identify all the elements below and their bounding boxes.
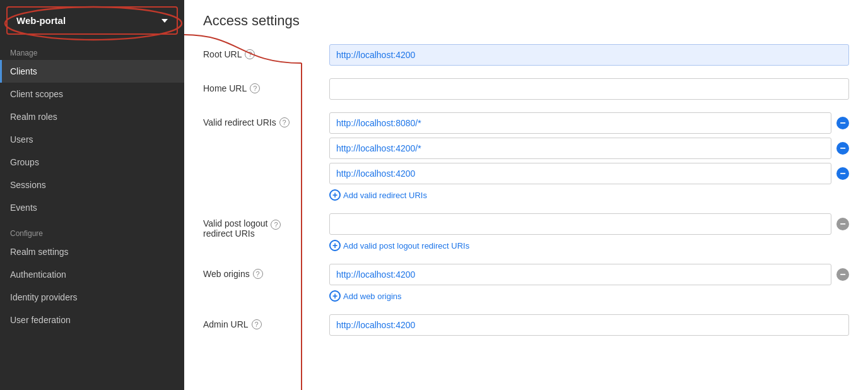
sidebar-item-realm-settings-label: Realm settings xyxy=(10,247,69,257)
valid-post-logout-input-row: − xyxy=(329,213,849,235)
add-web-origins-label: Add web origins xyxy=(343,292,402,301)
web-origins-input-row: − xyxy=(329,264,849,285)
sidebar-item-realm-roles[interactable]: Realm roles xyxy=(0,105,184,128)
home-url-input[interactable] xyxy=(329,78,849,100)
home-url-input-row xyxy=(329,78,849,100)
sidebar-item-client-scopes[interactable]: Client scopes xyxy=(0,83,184,105)
sidebar-item-events[interactable]: Events xyxy=(0,196,184,219)
add-web-origins-plus-icon: + xyxy=(329,290,341,302)
sidebar-item-sessions[interactable]: Sessions xyxy=(0,174,184,196)
root-url-help-icon[interactable]: ? xyxy=(245,49,255,59)
main-content: Access settings Root URL ? Home URL ? xyxy=(184,0,868,390)
web-origins-input[interactable] xyxy=(329,264,831,285)
web-origins-controls: − + Add web origins xyxy=(329,264,849,302)
sidebar-item-identity-providers[interactable]: Identity providers xyxy=(0,286,184,309)
valid-post-logout-label: Valid post logoutredirect URIs ? xyxy=(203,213,329,239)
valid-redirect-uris-controls: − − − + Add valid redirect URIs xyxy=(329,112,849,201)
admin-url-input[interactable] xyxy=(329,314,849,336)
admin-url-section: Admin URL ? xyxy=(203,314,849,336)
add-redirect-uri-plus-icon: + xyxy=(329,189,341,201)
sidebar-item-clients-label: Clients xyxy=(10,66,37,76)
sidebar: Web-portal Manage Clients Client scopes … xyxy=(0,0,184,390)
web-origins-section: Web origins ? − + Add web origins xyxy=(203,264,849,302)
valid-redirect-uris-help-icon[interactable]: ? xyxy=(279,117,290,127)
root-url-input-row xyxy=(329,44,849,66)
sidebar-item-groups[interactable]: Groups xyxy=(0,151,184,174)
root-url-section: Root URL ? xyxy=(203,44,849,66)
valid-post-logout-help-icon[interactable]: ? xyxy=(271,220,281,230)
valid-post-logout-section: Valid post logoutredirect URIs ? − + Add… xyxy=(203,213,849,251)
valid-redirect-uri-row-2: − xyxy=(329,138,849,159)
realm-name: Web-portal xyxy=(16,15,66,26)
sidebar-item-client-scopes-label: Client scopes xyxy=(10,89,63,99)
sidebar-item-authentication-label: Authentication xyxy=(10,269,66,280)
valid-redirect-uri-input-1[interactable] xyxy=(329,112,831,134)
sidebar-item-clients[interactable]: Clients xyxy=(0,60,184,83)
remove-redirect-uri-3[interactable]: − xyxy=(836,167,849,180)
manage-section-label: Manage xyxy=(0,38,184,60)
valid-redirect-uri-row-3: − xyxy=(329,163,849,184)
home-url-label: Home URL ? xyxy=(203,78,329,93)
root-url-controls xyxy=(329,44,849,66)
sidebar-item-events-label: Events xyxy=(10,203,37,213)
valid-redirect-uri-input-2[interactable] xyxy=(329,138,831,159)
add-post-logout-label: Add valid post logout redirect URIs xyxy=(343,241,469,251)
valid-post-logout-controls: − + Add valid post logout redirect URIs xyxy=(329,213,849,251)
home-url-section: Home URL ? xyxy=(203,78,849,100)
admin-url-controls xyxy=(329,314,849,336)
sidebar-item-authentication[interactable]: Authentication xyxy=(0,263,184,286)
sidebar-item-identity-providers-label: Identity providers xyxy=(10,292,78,302)
web-origins-label: Web origins ? xyxy=(203,264,329,279)
valid-post-logout-input[interactable] xyxy=(329,213,831,235)
root-url-label: Root URL ? xyxy=(203,44,329,59)
remove-redirect-uri-2[interactable]: − xyxy=(836,142,849,155)
valid-redirect-uri-row-1: − xyxy=(329,112,849,134)
add-web-origins-link[interactable]: + Add web origins xyxy=(329,290,849,302)
valid-redirect-uris-section: Valid redirect URIs ? − − − + Ad xyxy=(203,112,849,201)
realm-selector[interactable]: Web-portal xyxy=(6,6,178,35)
sidebar-item-sessions-label: Sessions xyxy=(10,180,46,190)
add-post-logout-plus-icon: + xyxy=(329,240,341,251)
remove-post-logout-uri[interactable]: − xyxy=(836,218,849,230)
sidebar-item-user-federation[interactable]: User federation xyxy=(0,309,184,331)
sidebar-item-users-label: Users xyxy=(10,134,33,145)
page-title: Access settings xyxy=(203,13,849,29)
admin-url-help-icon[interactable]: ? xyxy=(252,319,262,329)
web-origins-help-icon[interactable]: ? xyxy=(253,269,263,279)
configure-section-label: Configure xyxy=(0,219,184,240)
page-wrapper: Web-portal Manage Clients Client scopes … xyxy=(0,0,868,390)
valid-redirect-uris-label: Valid redirect URIs ? xyxy=(203,112,329,127)
admin-url-input-row xyxy=(329,314,849,336)
sidebar-item-realm-roles-label: Realm roles xyxy=(10,112,57,122)
add-redirect-uri-label: Add valid redirect URIs xyxy=(343,191,427,200)
realm-dropdown-arrow xyxy=(161,19,168,23)
remove-web-origin[interactable]: − xyxy=(836,268,849,281)
home-url-controls xyxy=(329,78,849,100)
remove-redirect-uri-1[interactable]: − xyxy=(836,117,849,129)
valid-redirect-uri-input-3[interactable] xyxy=(329,163,831,184)
add-post-logout-uri-link[interactable]: + Add valid post logout redirect URIs xyxy=(329,240,849,251)
admin-url-label: Admin URL ? xyxy=(203,314,329,329)
add-redirect-uri-link[interactable]: + Add valid redirect URIs xyxy=(329,189,849,201)
sidebar-item-realm-settings[interactable]: Realm settings xyxy=(0,240,184,263)
home-url-help-icon[interactable]: ? xyxy=(250,83,260,93)
sidebar-item-users[interactable]: Users xyxy=(0,128,184,151)
sidebar-item-groups-label: Groups xyxy=(10,157,39,167)
sidebar-item-user-federation-label: User federation xyxy=(10,315,71,325)
root-url-input[interactable] xyxy=(329,44,849,66)
